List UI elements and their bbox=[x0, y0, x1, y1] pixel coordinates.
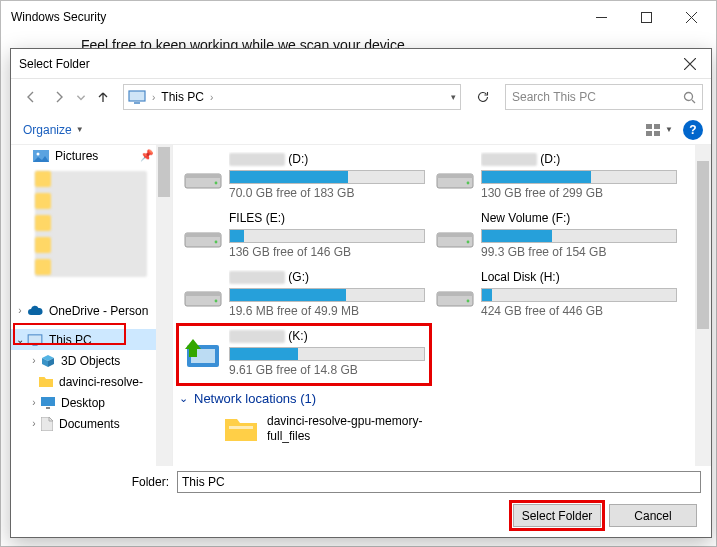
svg-rect-3 bbox=[646, 124, 652, 129]
network-item-label: davinci-resolve-gpu-memory-full_files bbox=[267, 414, 457, 444]
nav-row: › This PC › ▾ Search This PC bbox=[11, 79, 711, 115]
breadcrumb-text: This PC bbox=[161, 90, 204, 104]
chevron-right-icon: › bbox=[29, 397, 39, 408]
usage-bar bbox=[481, 170, 677, 184]
sidebar-item-label: Pictures bbox=[55, 149, 98, 163]
toolbar: Organize ▼ ▼ ? bbox=[11, 115, 711, 145]
svg-point-23 bbox=[467, 241, 470, 244]
folder-input[interactable] bbox=[177, 471, 701, 493]
address-bar[interactable]: › This PC › ▾ bbox=[123, 84, 461, 110]
hdd-icon bbox=[183, 158, 223, 194]
chevron-down-icon: ▼ bbox=[665, 125, 673, 134]
forward-button[interactable] bbox=[47, 85, 71, 109]
svg-point-2 bbox=[685, 92, 693, 100]
cancel-button[interactable]: Cancel bbox=[609, 504, 697, 527]
cloud-icon bbox=[27, 305, 43, 316]
bg-maximize-button[interactable] bbox=[624, 1, 669, 33]
svg-rect-0 bbox=[642, 12, 652, 22]
view-button[interactable]: ▼ bbox=[642, 122, 677, 138]
drive-item[interactable]: (D:) 130 GB free of 299 GB bbox=[431, 149, 681, 206]
usage-bar bbox=[481, 288, 677, 302]
organize-button[interactable]: Organize ▼ bbox=[19, 121, 88, 139]
sidebar-item-label: 3D Objects bbox=[61, 354, 120, 368]
svg-rect-11 bbox=[46, 407, 50, 409]
search-placeholder: Search This PC bbox=[512, 90, 677, 104]
sidebar-item-pictures[interactable]: Pictures 📌 bbox=[11, 145, 172, 166]
pictures-icon bbox=[33, 150, 49, 162]
drive-item[interactable]: (K:) 9.61 GB free of 14.8 GB bbox=[179, 326, 429, 383]
sidebar-scrollbar[interactable] bbox=[156, 145, 172, 466]
usage-bar bbox=[229, 170, 425, 184]
refresh-button[interactable] bbox=[469, 84, 497, 110]
sidebar-item-3d-objects[interactable]: › 3D Objects bbox=[11, 350, 172, 371]
hdd-icon bbox=[183, 276, 223, 312]
recent-dropdown-icon[interactable] bbox=[75, 85, 87, 109]
search-icon bbox=[683, 91, 696, 104]
drive-free-text: 70.0 GB free of 183 GB bbox=[229, 186, 425, 200]
chevron-right-icon: › bbox=[15, 305, 25, 316]
sidebar-item-label: OneDrive - Person bbox=[49, 304, 148, 318]
sidebar-item-label: Documents bbox=[59, 417, 120, 431]
select-folder-button[interactable]: Select Folder bbox=[513, 504, 601, 527]
svg-rect-10 bbox=[41, 397, 55, 406]
sidebar-item-label: Desktop bbox=[61, 396, 105, 410]
sidebar-item-desktop[interactable]: › Desktop bbox=[11, 392, 172, 413]
dialog-buttons: Select Folder Cancel bbox=[11, 498, 711, 537]
drive-free-text: 130 GB free of 299 GB bbox=[481, 186, 677, 200]
svg-rect-25 bbox=[185, 292, 221, 296]
select-folder-dialog: Select Folder › This PC › ▾ Search This … bbox=[10, 48, 712, 538]
sidebar-item-davinci[interactable]: davinci-resolve- bbox=[11, 371, 172, 392]
this-pc-icon bbox=[128, 90, 146, 104]
svg-rect-4 bbox=[654, 124, 660, 129]
bg-close-button[interactable] bbox=[669, 1, 714, 33]
drive-item[interactable]: New Volume (F:) 99.3 GB free of 154 GB bbox=[431, 208, 681, 265]
svg-rect-32 bbox=[229, 426, 253, 429]
help-button[interactable]: ? bbox=[683, 120, 703, 140]
desktop-icon bbox=[41, 397, 55, 409]
section-label: Network locations (1) bbox=[194, 391, 316, 406]
usage-bar bbox=[229, 229, 425, 243]
removable-drive-icon bbox=[183, 335, 223, 371]
dialog-close-button[interactable] bbox=[675, 50, 705, 78]
sidebar-tree: Pictures 📌 › OneDrive - Person ⌄ bbox=[11, 145, 173, 466]
content-pane: (D:) 70.0 GB free of 183 GB (D:) 130 GB … bbox=[173, 145, 711, 466]
sidebar-item-documents[interactable]: › Documents bbox=[11, 413, 172, 434]
chevron-right-icon: › bbox=[29, 355, 39, 366]
network-item[interactable]: davinci-resolve-gpu-memory-full_files bbox=[173, 410, 711, 448]
usage-bar bbox=[229, 347, 425, 361]
svg-rect-28 bbox=[437, 292, 473, 296]
bg-minimize-button[interactable] bbox=[579, 1, 624, 33]
drive-item[interactable]: FILES (E:) 136 GB free of 146 GB bbox=[179, 208, 429, 265]
drives-list: (D:) 70.0 GB free of 183 GB (D:) 130 GB … bbox=[173, 145, 711, 387]
usage-bar bbox=[229, 288, 425, 302]
folder-label: Folder: bbox=[21, 475, 171, 489]
back-button[interactable] bbox=[19, 85, 43, 109]
address-dropdown-icon[interactable]: ▾ bbox=[451, 92, 456, 102]
usage-bar bbox=[481, 229, 677, 243]
drive-item[interactable]: (D:) 70.0 GB free of 183 GB bbox=[179, 149, 429, 206]
drive-free-text: 9.61 GB free of 14.8 GB bbox=[229, 363, 425, 377]
search-input[interactable]: Search This PC bbox=[505, 84, 703, 110]
section-network-locations[interactable]: ⌄ Network locations (1) bbox=[173, 387, 711, 410]
svg-point-20 bbox=[215, 241, 218, 244]
highlight-frame bbox=[13, 323, 126, 345]
folder-icon bbox=[39, 376, 53, 388]
svg-rect-13 bbox=[185, 174, 221, 178]
hdd-icon bbox=[435, 158, 475, 194]
drive-item[interactable]: Local Disk (H:) 424 GB free of 446 GB bbox=[431, 267, 681, 324]
content-scrollbar[interactable] bbox=[695, 145, 711, 466]
svg-point-17 bbox=[467, 182, 470, 185]
folder-icon bbox=[223, 414, 259, 444]
cube-icon bbox=[41, 354, 55, 368]
sidebar-item-onedrive[interactable]: › OneDrive - Person bbox=[11, 300, 172, 321]
breadcrumb-sep-icon: › bbox=[152, 92, 155, 103]
pin-icon: 📌 bbox=[140, 149, 154, 162]
dialog-title: Select Folder bbox=[19, 57, 90, 71]
up-button[interactable] bbox=[91, 85, 115, 109]
hdd-icon bbox=[183, 217, 223, 253]
svg-rect-6 bbox=[654, 131, 660, 136]
blurred-region bbox=[35, 171, 147, 277]
svg-rect-5 bbox=[646, 131, 652, 136]
drive-item[interactable]: (G:) 19.6 MB free of 49.9 MB bbox=[179, 267, 429, 324]
sidebar-item-label: davinci-resolve- bbox=[59, 375, 143, 389]
